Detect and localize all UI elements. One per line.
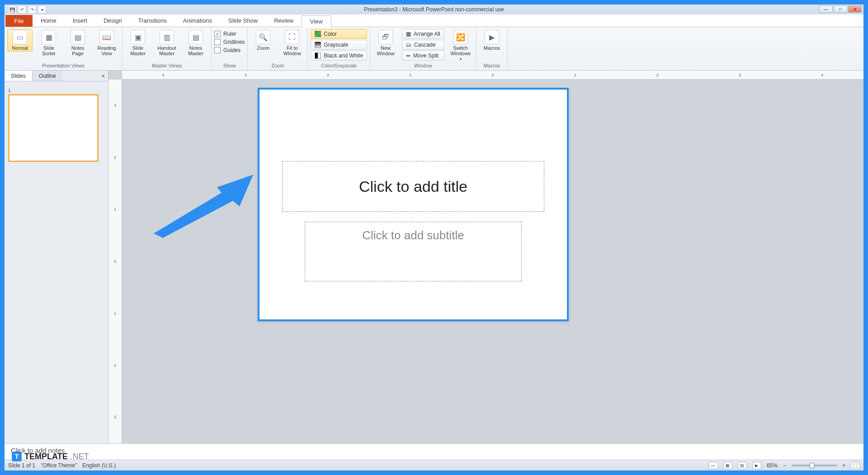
notes-master-button[interactable]: ▤Notes Master: [183, 29, 208, 56]
ruler-tick: 3: [739, 73, 741, 77]
qat-customize-icon[interactable]: ▾: [38, 5, 46, 14]
tab-insert[interactable]: Insert: [65, 15, 96, 27]
handout-master-label: Handout Master: [157, 45, 176, 56]
gridlines-checkbox[interactable]: Gridlines: [214, 39, 245, 45]
tab-transitions[interactable]: Transitions: [130, 15, 175, 27]
close-button[interactable]: ✕: [848, 5, 862, 13]
workspace: Slides Outline × 1 4 3 2 1 0 1 2 3: [5, 71, 863, 443]
notes-page-button[interactable]: ▤Notes Page: [65, 29, 90, 56]
macros-button[interactable]: ▶Macros: [479, 29, 505, 51]
arrange-all-button[interactable]: ▦Arrange All: [402, 29, 444, 39]
status-slide-count: Slide 1 of 1: [8, 462, 35, 469]
thumbnail-number: 1: [8, 88, 104, 93]
checkbox-icon: [214, 47, 221, 53]
reading-view-label: Reading View: [98, 45, 116, 56]
subtitle-placeholder[interactable]: Click to add subtitle: [305, 222, 522, 281]
group-label-presentation-views: Presentation Views: [7, 62, 119, 69]
reading-view-button[interactable]: 📖Reading View: [94, 29, 119, 56]
reading-view-icon: 📖: [99, 30, 114, 44]
gridlines-checkbox-label: Gridlines: [223, 39, 245, 45]
chevron-down-icon: ▾: [460, 57, 462, 61]
handout-master-button[interactable]: ▥Handout Master: [154, 29, 179, 56]
slide-sorter-icon: ▦: [42, 30, 56, 44]
ruler-tick: 1: [114, 311, 116, 316]
title-placeholder[interactable]: Click to add title: [282, 161, 544, 212]
normal-view-label: Normal: [12, 45, 28, 51]
tab-design[interactable]: Design: [95, 15, 130, 27]
tab-home[interactable]: Home: [33, 15, 65, 27]
slide-master-icon: ▣: [131, 30, 145, 44]
notes-master-label: Notes Master: [188, 45, 203, 56]
grayscale-button-label: Grayscale: [324, 42, 348, 48]
checkbox-icon: [214, 39, 221, 45]
macros-label: Macros: [484, 45, 500, 51]
move-split-button[interactable]: ⇔Move Split: [402, 51, 444, 61]
annotation-arrow-icon: [154, 175, 253, 240]
slide-thumbnail-1[interactable]: [8, 94, 99, 162]
quick-access-toolbar: 💾 ↶ ↷ ▾: [5, 5, 46, 14]
status-theme: "Office Theme": [41, 462, 77, 469]
switch-windows-icon: 🔀: [453, 30, 468, 44]
vertical-ruler: 3 2 1 0 1 2 3: [108, 80, 122, 443]
qat-redo-icon[interactable]: ↷: [28, 5, 36, 14]
cascade-button[interactable]: 🗂Cascade: [402, 40, 444, 50]
zoom-out-button[interactable]: −: [783, 462, 786, 469]
zoom-slider-knob[interactable]: [810, 463, 814, 468]
grayscale-swatch-icon: [315, 42, 321, 48]
view-reading-icon[interactable]: ▤: [738, 462, 747, 469]
close-pane-icon[interactable]: ×: [98, 71, 108, 81]
color-button[interactable]: Color: [311, 29, 367, 39]
macros-icon: ▶: [485, 30, 499, 44]
grayscale-button[interactable]: Grayscale: [311, 40, 367, 50]
maximize-button[interactable]: □: [834, 5, 847, 13]
tab-review[interactable]: Review: [266, 15, 302, 27]
black-white-button[interactable]: Black and White: [311, 51, 367, 61]
fit-slide-icon[interactable]: ⛶: [851, 462, 860, 469]
new-window-label: New Window: [377, 45, 395, 56]
slides-tab[interactable]: Slides: [5, 71, 33, 81]
window-title: Presentation3 - Microsoft PowerPoint non…: [364, 6, 504, 13]
fit-window-icon: ⛶: [285, 30, 299, 44]
arrange-all-icon: ▦: [406, 31, 411, 37]
slide-1[interactable]: Click to add title Click to add subtitle: [258, 88, 569, 321]
slide-master-button[interactable]: ▣Slide Master: [125, 29, 151, 56]
switch-windows-button[interactable]: 🔀Switch Windows▾: [448, 29, 473, 61]
group-master-views: ▣Slide Master ▥Handout Master ▤Notes Mas…: [123, 27, 212, 70]
guides-checkbox-label: Guides: [223, 47, 241, 53]
qat-undo-icon[interactable]: ↶: [18, 5, 26, 14]
qat-save-icon[interactable]: 💾: [8, 5, 16, 14]
zoom-label: Zoom: [257, 45, 269, 51]
zoom-slider[interactable]: [792, 465, 837, 466]
notes-page-icon: ▤: [71, 30, 85, 44]
switch-windows-label: Switch Windows: [450, 45, 471, 56]
status-language[interactable]: English (U.S.): [82, 462, 116, 469]
slide-sorter-button[interactable]: ▦Slide Sorter: [36, 29, 61, 56]
group-label-zoom: Zoom: [250, 62, 305, 69]
group-label-show: Show: [214, 62, 245, 69]
minimize-button[interactable]: —: [819, 5, 833, 13]
ribbon: ▭Normal ▦Slide Sorter ▤Notes Page 📖Readi…: [5, 27, 863, 71]
title-placeholder-text: Click to add title: [359, 178, 467, 195]
new-window-button[interactable]: 🗗New Window: [373, 29, 398, 56]
bw-swatch-icon: [315, 52, 321, 59]
ruler-checkbox-label: Ruler: [223, 31, 236, 37]
notes-pane[interactable]: Click to add notes: [5, 443, 863, 460]
view-normal-icon[interactable]: ▭: [709, 462, 718, 469]
cascade-icon: 🗂: [406, 42, 411, 48]
zoom-button[interactable]: 🔍Zoom: [250, 29, 276, 51]
ruler-tick: 2: [114, 155, 116, 160]
outline-tab[interactable]: Outline: [33, 71, 62, 81]
tab-view[interactable]: View: [302, 15, 331, 27]
titlebar: 💾 ↶ ↷ ▾ Presentation3 - Microsoft PowerP…: [5, 5, 863, 14]
fit-to-window-button[interactable]: ⛶Fit to Window: [279, 29, 305, 56]
tab-file[interactable]: File: [5, 15, 33, 27]
guides-checkbox[interactable]: Guides: [214, 47, 245, 53]
tab-slide-show[interactable]: Slide Show: [220, 15, 266, 27]
view-sorter-icon[interactable]: ▦: [723, 462, 732, 469]
normal-view-button[interactable]: ▭Normal: [7, 29, 33, 52]
tab-animations[interactable]: Animations: [175, 15, 220, 27]
ruler-tick: 1: [114, 207, 116, 212]
view-slideshow-icon[interactable]: ▶: [752, 462, 761, 469]
zoom-in-button[interactable]: +: [842, 462, 845, 469]
ruler-checkbox[interactable]: ✓Ruler: [214, 31, 245, 37]
